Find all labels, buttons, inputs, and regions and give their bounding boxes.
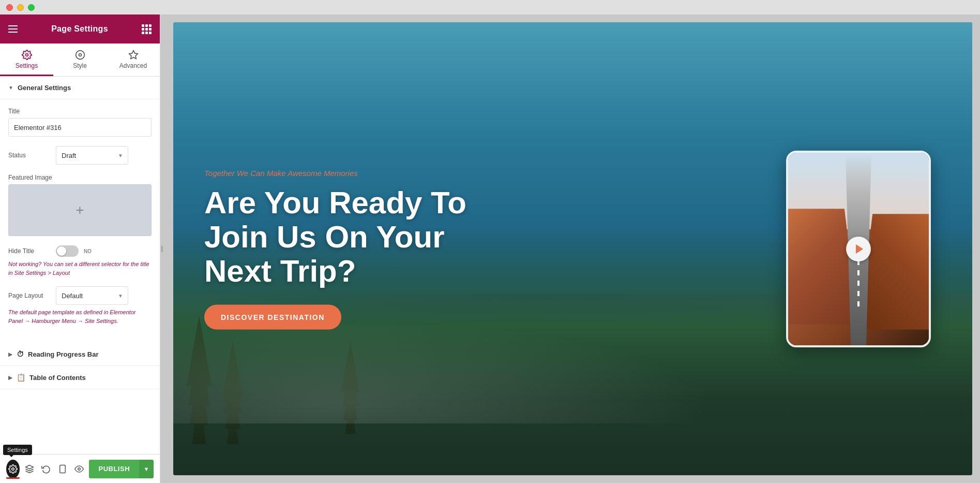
hamburger-menu-icon[interactable] <box>8 25 18 33</box>
sidebar: Page Settings Settings Sty <box>0 14 160 483</box>
svg-point-2 <box>79 54 81 56</box>
toggle-no-label: NO <box>84 248 92 254</box>
page-layout-label: Page Layout <box>8 292 50 299</box>
hide-title-toggle[interactable] <box>56 245 79 257</box>
reading-progress-bar-label: Reading Progress Bar <box>28 350 99 358</box>
tab-style[interactable]: Style <box>53 43 107 76</box>
settings-tooltip: Settings <box>3 445 32 455</box>
publish-dropdown-button[interactable]: ▼ <box>139 460 154 478</box>
sidebar-resize-handle[interactable] <box>160 14 165 483</box>
toggle-knob <box>57 246 66 256</box>
hero-title: Are You Ready To Join Us On Your Next Tr… <box>204 185 494 288</box>
sidebar-header: Page Settings <box>0 14 160 43</box>
page-layout-hint: The default page template as defined in … <box>8 308 152 325</box>
title-label: Title <box>8 108 152 115</box>
tab-settings[interactable]: Settings <box>0 43 53 76</box>
active-indicator <box>6 477 20 479</box>
status-field: Status Draft Published Private ▼ <box>8 146 152 165</box>
hide-title-label: Hide Title <box>8 247 50 255</box>
hide-title-field: Hide Title NO Not working? You can set a… <box>8 245 152 277</box>
table-of-contents-icon: 📋 <box>17 373 25 382</box>
hero-section: Together We Can Make Awesome Memories Ar… <box>173 22 972 475</box>
publish-group: PUBLISH ▼ <box>89 460 154 478</box>
featured-image-placeholder[interactable]: + <box>8 184 152 236</box>
history-footer-button[interactable] <box>39 460 53 478</box>
sidebar-title: Page Settings <box>51 24 108 34</box>
status-select-wrapper: Draft Published Private ▼ <box>56 146 128 165</box>
general-settings-title: General Settings <box>18 84 71 92</box>
expand-arrow-icon: ▶ <box>8 352 12 357</box>
reading-progress-bar-section[interactable]: ▶ ⏱ Reading Progress Bar <box>0 343 160 366</box>
svg-point-0 <box>25 54 28 56</box>
grid-menu-icon[interactable] <box>142 24 152 34</box>
publish-button[interactable]: PUBLISH <box>89 460 139 478</box>
expand-toc-arrow-icon: ▶ <box>8 375 12 380</box>
featured-image-label: Featured Image <box>8 174 152 181</box>
hero-content: Together We Can Make Awesome Memories Ar… <box>204 168 494 329</box>
table-of-contents-label: Table of Contents <box>29 374 86 382</box>
svg-marker-5 <box>26 465 34 469</box>
page-layout-field: Page Layout Default Elementor Canvas Ele… <box>8 286 152 325</box>
svg-marker-3 <box>129 51 138 59</box>
collapse-arrow-icon: ▼ <box>8 85 13 91</box>
general-settings-content: Title Status Draft Published Private <box>0 99 160 343</box>
status-label: Status <box>8 152 50 159</box>
svg-point-8 <box>78 467 81 470</box>
snow-overlay <box>173 320 714 423</box>
video-thumbnail[interactable] <box>786 151 931 347</box>
title-field: Title <box>8 108 152 137</box>
app-body: Page Settings Settings Sty <box>0 14 980 483</box>
responsive-footer-button[interactable] <box>56 460 69 478</box>
add-image-icon: + <box>76 202 84 218</box>
title-input[interactable] <box>8 118 152 137</box>
settings-footer-button[interactable] <box>6 460 20 478</box>
preview-footer-button[interactable] <box>72 460 86 478</box>
page-layout-select[interactable]: Default Elementor Canvas Elementor Full … <box>56 286 128 305</box>
minimize-button[interactable] <box>17 4 24 11</box>
svg-point-4 <box>12 467 14 470</box>
main-canvas: Together We Can Make Awesome Memories Ar… <box>165 14 980 483</box>
page-layout-select-wrapper: Default Elementor Canvas Elementor Full … <box>56 286 128 305</box>
tab-advanced-label: Advanced <box>119 62 147 69</box>
featured-image-field: Featured Image + <box>8 174 152 236</box>
hide-title-hint: Not working? You can set a different sel… <box>8 260 152 277</box>
hero-subtitle: Together We Can Make Awesome Memories <box>204 168 494 177</box>
window-chrome <box>0 0 980 14</box>
sidebar-footer: Settings <box>0 454 160 483</box>
sidebar-tabs: Settings Style Advanced <box>0 43 160 77</box>
layers-footer-button[interactable] <box>23 460 36 478</box>
close-button[interactable] <box>6 4 13 11</box>
svg-point-1 <box>76 51 84 60</box>
hero-cta-button[interactable]: DISCOVER DESTINATION <box>204 304 341 329</box>
table-of-contents-section[interactable]: ▶ 📋 Table of Contents <box>0 366 160 389</box>
play-button[interactable] <box>846 237 871 261</box>
status-select[interactable]: Draft Published Private <box>56 146 128 165</box>
tab-settings-label: Settings <box>16 62 38 69</box>
tab-style-label: Style <box>73 62 87 69</box>
maximize-button[interactable] <box>28 4 35 11</box>
sidebar-content: ▼ General Settings Title Status Draft <box>0 77 160 454</box>
reading-progress-icon: ⏱ <box>17 350 24 358</box>
general-settings-header[interactable]: ▼ General Settings <box>0 77 160 99</box>
hide-title-toggle-wrapper: NO <box>56 245 92 257</box>
tab-advanced[interactable]: Advanced <box>107 43 160 76</box>
